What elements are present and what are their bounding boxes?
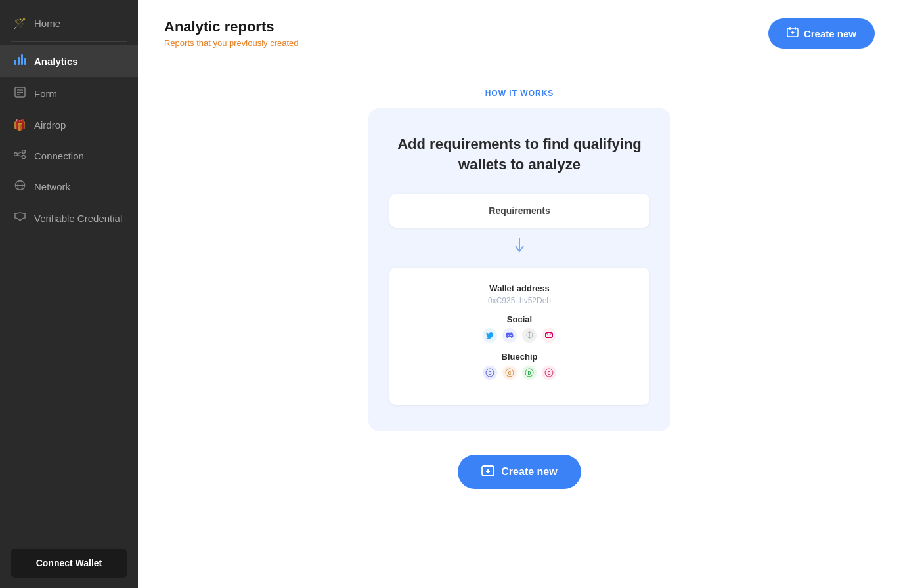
sidebar-item-form[interactable]: Form [0,77,138,110]
svg-rect-0 [14,60,16,65]
sidebar: 🪄 Home Analytics [0,0,138,588]
sidebar-item-label: Network [34,181,70,192]
network-icon [13,180,26,194]
connect-wallet-button[interactable]: Connect Wallet [11,549,127,578]
svg-point-9 [22,150,26,154]
result-box: Wallet address 0xC935..hv52Deb Social [389,268,649,405]
sidebar-item-airdrop[interactable]: 🎁 Airdrop [0,110,138,140]
sidebar-item-analytics[interactable]: Analytics [0,45,138,77]
content-area: HOW IT WORKS Add requirements to find qu… [138,62,901,588]
create-new-label-bottom: Create new [501,466,557,478]
bluechip-icon-1: B [483,366,497,380]
form-icon [13,87,26,100]
how-it-works-label: HOW IT WORKS [485,89,554,98]
bottom-create-container: Create new [458,455,581,489]
info-card-title: Add requirements to find qualifying wall… [389,135,649,175]
svg-line-12 [18,155,22,157]
page-header: Analytic reports Reports that you previo… [138,0,901,62]
svg-point-10 [22,156,26,159]
wallet-address-value: 0xC935..hv52Deb [410,296,628,305]
info-card: Add requirements to find qualifying wall… [368,108,670,431]
bluechip-row: Bluechip B C [410,352,628,380]
svg-rect-1 [18,57,20,65]
social-icons [410,328,628,343]
svg-text:D: D [527,371,531,375]
create-icon [787,26,799,41]
sidebar-item-verifiable-credential[interactable]: Verifiable Credential [0,203,138,233]
sidebar-item-label: Connection [34,150,84,161]
sidebar-nav: 🪄 Home Analytics [0,0,138,538]
create-new-label: Create new [804,28,856,39]
email-icon [542,328,556,343]
sidebar-item-connection[interactable]: Connection [0,140,138,171]
main-content: Analytic reports Reports that you previo… [138,0,901,588]
sidebar-item-label: Home [34,18,60,29]
wallet-address-row: Wallet address 0xC935..hv52Deb [410,284,628,305]
page-title: Analytic reports [164,18,299,35]
twitter-icon [483,328,497,343]
verifiable-credential-icon [13,212,26,224]
bluechip-icons: B C D [410,366,628,380]
page-header-left: Analytic reports Reports that you previo… [164,18,299,48]
requirements-box: Requirements [389,194,649,228]
bluechip-icon-4: E [542,366,556,380]
bluechip-icon-3: D [522,366,537,380]
create-icon-bottom [481,464,494,480]
svg-rect-2 [21,54,23,65]
svg-rect-3 [24,58,26,65]
sidebar-item-label: Airdrop [34,119,66,131]
bluechip-icon-2: C [502,366,517,380]
sidebar-item-network[interactable]: Network [0,171,138,203]
sidebar-bottom: Connect Wallet [0,538,138,588]
sidebar-divider [11,41,127,42]
sidebar-item-label: Analytics [34,56,78,67]
sidebar-item-label: Form [34,88,57,99]
requirements-label: Requirements [489,205,550,216]
social-generic-icon [522,328,537,343]
create-new-button-top[interactable]: Create new [768,18,875,49]
svg-text:C: C [508,371,511,375]
page-subtitle: Reports that you previously created [164,38,299,48]
sidebar-item-label: Verifiable Credential [34,213,122,224]
bluechip-label: Bluechip [410,352,628,362]
create-new-button-bottom[interactable]: Create new [458,455,581,489]
connection-icon [13,150,26,161]
social-label: Social [410,314,628,324]
arrow-down-icon [513,238,526,257]
svg-point-8 [14,153,18,156]
svg-text:B: B [488,371,491,375]
sidebar-item-home[interactable]: 🪄 Home [0,8,138,39]
analytics-icon [13,54,26,68]
social-row: Social [410,314,628,343]
discord-icon [502,328,517,343]
airdrop-icon: 🎁 [13,119,26,131]
wallet-address-label: Wallet address [410,284,628,293]
home-icon: 🪄 [13,17,26,30]
svg-line-11 [18,152,22,154]
svg-text:E: E [548,371,551,375]
